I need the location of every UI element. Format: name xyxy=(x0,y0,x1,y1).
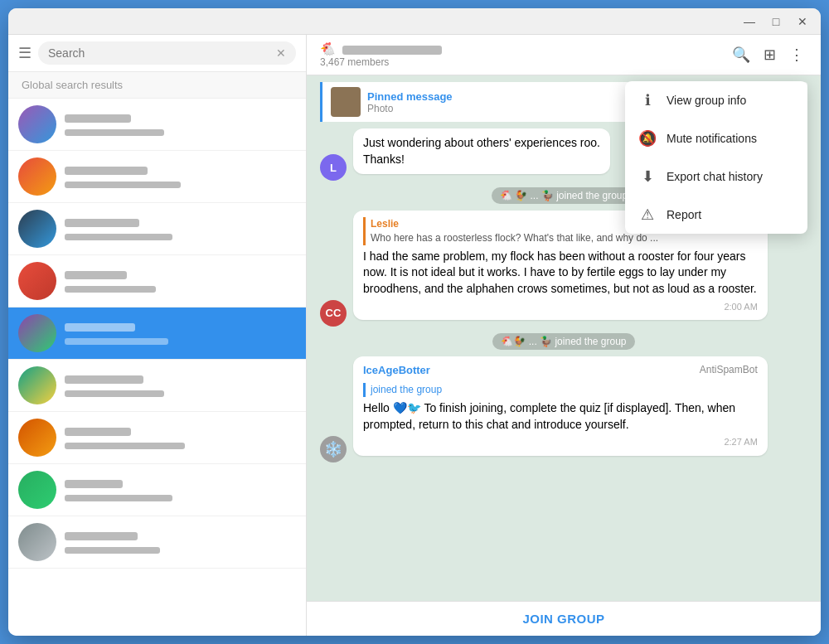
result-preview xyxy=(65,283,296,294)
menu-item-label: Export chat history xyxy=(667,170,763,183)
search-chat-button[interactable]: 🔍 xyxy=(729,42,754,67)
menu-item-report[interactable]: ⚠ Report xyxy=(625,196,807,234)
list-item[interactable] xyxy=(8,516,306,569)
avatar: L xyxy=(320,154,347,181)
avatar xyxy=(18,419,56,457)
menu-item-label: View group info xyxy=(667,94,746,107)
list-item[interactable] xyxy=(8,151,306,203)
message-text: Hello 💙🐦 To finish joining, complete the… xyxy=(363,400,758,433)
columns-button[interactable]: ⊞ xyxy=(760,42,779,67)
avatar: CC xyxy=(320,300,347,327)
main-content: ☰ ✕ Global search results xyxy=(8,35,821,636)
list-item[interactable] xyxy=(8,307,306,360)
list-item[interactable] xyxy=(8,255,306,307)
chat-panel: 🐔 3,467 members 🔍 ⊞ ⋮ ℹ View group info xyxy=(307,35,821,636)
system-message: 🐔🐓 ... 🦆 joined the group xyxy=(320,333,807,350)
join-group-button[interactable]: JOIN GROUP xyxy=(522,612,604,626)
report-icon: ⚠ xyxy=(638,206,657,224)
maximize-button[interactable]: □ xyxy=(764,13,788,30)
result-text xyxy=(65,268,296,294)
chat-header-left: 🐔 3,467 members xyxy=(320,41,442,68)
bot-label: AntiSpamBot xyxy=(700,363,758,380)
more-options-button[interactable]: ⋮ xyxy=(786,42,807,67)
result-preview xyxy=(65,491,296,503)
result-name xyxy=(65,477,296,490)
search-bar: ☰ ✕ xyxy=(8,35,306,72)
avatar: ❄️ xyxy=(320,436,347,462)
avatar xyxy=(18,262,56,300)
app-window: — □ ✕ ☰ ✕ Global search results xyxy=(8,8,821,636)
pinned-type: Photo xyxy=(367,103,453,114)
pinned-label: Pinned message xyxy=(367,90,453,103)
pinned-content: Pinned message Photo xyxy=(367,90,453,114)
search-input-wrapper: ✕ xyxy=(38,41,296,65)
result-text xyxy=(65,111,296,138)
avatar xyxy=(18,157,56,196)
result-preview xyxy=(65,230,296,242)
result-text xyxy=(65,215,296,242)
message-text: I had the same problem, my flock has bee… xyxy=(363,249,758,298)
chat-header: 🐔 3,467 members 🔍 ⊞ ⋮ xyxy=(307,35,821,75)
result-text xyxy=(65,372,296,399)
sidebar: ☰ ✕ Global search results xyxy=(8,35,307,636)
result-text xyxy=(65,424,296,451)
avatar xyxy=(18,105,56,143)
avatar xyxy=(18,366,56,404)
result-text xyxy=(65,320,296,346)
context-menu: ℹ View group info 🔕 Mute notifications ⬇… xyxy=(625,81,807,234)
chat-members: 3,467 members xyxy=(320,56,442,68)
menu-item-label: Report xyxy=(667,208,701,221)
result-name xyxy=(65,320,296,333)
message-bubble: IceAgeBotter AntiSpamBot joined the grou… xyxy=(353,356,768,456)
message-time: 2:27 AM xyxy=(363,436,758,448)
menu-item-label: Mute notifications xyxy=(667,132,757,145)
message-sender: IceAgeBotter xyxy=(363,363,430,378)
chat-header-actions: 🔍 ⊞ ⋮ xyxy=(729,42,807,67)
title-bar: — □ ✕ xyxy=(8,8,821,35)
result-preview xyxy=(65,439,296,451)
message-text: Just wondering about others' experiences… xyxy=(363,135,600,167)
chat-title: 🐔 xyxy=(320,41,442,56)
menu-item-view-group-info[interactable]: ℹ View group info xyxy=(625,81,807,119)
list-item[interactable] xyxy=(8,203,306,255)
result-name xyxy=(65,372,296,385)
hamburger-icon[interactable]: ☰ xyxy=(18,44,32,62)
result-preview xyxy=(65,335,296,346)
avatar xyxy=(18,314,56,352)
info-icon: ℹ xyxy=(638,91,657,109)
result-name xyxy=(65,163,296,177)
result-preview xyxy=(65,178,296,190)
menu-item-export-chat[interactable]: ⬇ Export chat history xyxy=(625,157,807,196)
list-item[interactable] xyxy=(8,99,306,151)
join-bar: JOIN GROUP xyxy=(307,601,821,636)
result-preview xyxy=(65,544,296,555)
result-text xyxy=(65,163,296,190)
list-item[interactable] xyxy=(8,360,306,412)
title-bar-buttons: — □ ✕ xyxy=(738,13,814,30)
global-search-label: Global search results xyxy=(8,72,306,99)
close-button[interactable]: ✕ xyxy=(791,13,814,30)
result-name xyxy=(65,424,296,438)
search-input[interactable] xyxy=(48,46,276,60)
list-item[interactable] xyxy=(8,412,306,464)
export-icon: ⬇ xyxy=(638,167,657,186)
avatar xyxy=(18,523,56,561)
mute-icon: 🔕 xyxy=(638,129,657,148)
result-text xyxy=(65,529,296,555)
quote-text: joined the group xyxy=(371,383,758,397)
avatar xyxy=(18,210,56,248)
message-time: 2:00 AM xyxy=(363,301,758,313)
result-text xyxy=(65,477,296,503)
clear-search-button[interactable]: ✕ xyxy=(276,46,286,60)
message-bubble: Just wondering about others' experiences… xyxy=(353,128,610,174)
system-badge: 🐔 🐓 ... 🦆 joined the group xyxy=(492,187,636,204)
menu-item-mute-notifications[interactable]: 🔕 Mute notifications xyxy=(625,119,807,157)
result-name xyxy=(65,215,296,229)
avatar xyxy=(18,471,56,509)
message-row: ❄️ IceAgeBotter AntiSpamBot joined the g… xyxy=(320,356,807,462)
list-item[interactable] xyxy=(8,464,306,516)
minimize-button[interactable]: — xyxy=(738,13,761,30)
search-results-list xyxy=(8,99,306,636)
quote-bar: joined the group xyxy=(363,383,758,397)
result-preview xyxy=(65,387,296,399)
